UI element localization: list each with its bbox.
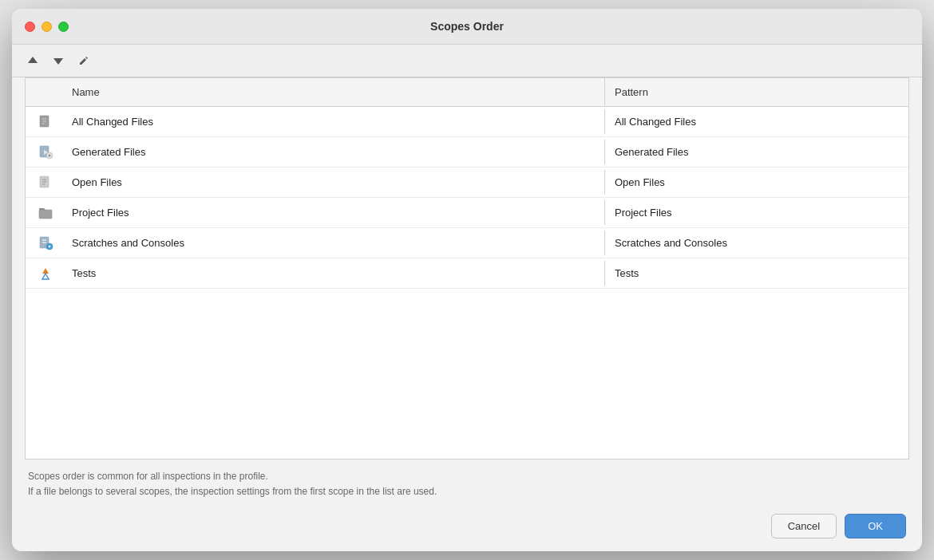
row-name: Generated Files xyxy=(65,140,605,164)
footer-line2: If a file belongs to several scopes, the… xyxy=(28,484,906,499)
edit-icon xyxy=(78,55,89,66)
toolbar xyxy=(12,45,922,77)
row-name: Open Files xyxy=(65,170,605,195)
scratches-consoles-icon xyxy=(38,235,53,251)
tests-icon xyxy=(38,266,53,282)
scopes-order-dialog: Scopes Order Name Pattern xyxy=(12,9,922,551)
table-row[interactable]: Tests Tests xyxy=(26,258,908,289)
ok-button[interactable]: OK xyxy=(845,514,906,538)
table-row[interactable]: All Changed Files All Changed Files xyxy=(26,107,908,137)
row-icon xyxy=(26,109,65,135)
maximize-button[interactable] xyxy=(58,22,69,32)
footer-line1: Scopes order is common for all inspectio… xyxy=(28,469,906,484)
table-header: Name Pattern xyxy=(26,78,908,107)
row-pattern: Generated Files xyxy=(605,140,908,164)
table-row[interactable]: Generated Files Generated Files xyxy=(26,137,908,168)
row-pattern: Tests xyxy=(605,261,908,286)
row-name: Tests xyxy=(65,261,605,286)
footer-info: Scopes order is common for all inspectio… xyxy=(12,459,922,506)
footer-buttons: Cancel OK xyxy=(12,506,922,551)
row-icon xyxy=(26,170,65,195)
up-arrow-icon xyxy=(27,55,38,66)
row-icon xyxy=(26,231,65,256)
row-name: Scratches and Consoles xyxy=(65,231,605,255)
svg-rect-12 xyxy=(39,210,52,219)
project-files-icon xyxy=(38,205,53,221)
row-pattern: Open Files xyxy=(605,170,908,195)
row-pattern: All Changed Files xyxy=(605,109,908,134)
move-up-button[interactable] xyxy=(22,49,44,72)
move-down-button[interactable] xyxy=(47,49,69,72)
row-icon xyxy=(26,140,65,165)
title-bar: Scopes Order xyxy=(12,9,922,45)
all-changed-files-icon xyxy=(38,114,53,130)
table-row[interactable]: Project Files Project Files xyxy=(26,198,908,228)
dialog-title: Scopes Order xyxy=(430,20,504,33)
down-arrow-icon xyxy=(53,55,64,66)
row-pattern: Project Files xyxy=(605,200,908,225)
row-name: All Changed Files xyxy=(65,109,605,134)
th-name: Name xyxy=(65,78,605,106)
th-pattern: Pattern xyxy=(605,78,908,106)
row-icon xyxy=(26,261,65,286)
th-icon xyxy=(26,78,65,106)
scopes-table: Name Pattern All Changed Files All Chang… xyxy=(25,77,909,459)
row-name: Project Files xyxy=(65,200,605,225)
svg-marker-0 xyxy=(28,57,38,63)
traffic-lights xyxy=(25,22,69,32)
table-row[interactable]: Open Files Open Files xyxy=(26,168,908,198)
svg-marker-1 xyxy=(53,58,63,65)
cancel-button[interactable]: Cancel xyxy=(771,514,837,538)
close-button[interactable] xyxy=(25,22,35,32)
generated-files-icon xyxy=(38,144,53,160)
svg-marker-18 xyxy=(42,274,49,279)
open-files-icon xyxy=(38,175,53,191)
table-body: All Changed Files All Changed Files Gene… xyxy=(26,107,908,289)
minimize-button[interactable] xyxy=(42,22,52,32)
table-row[interactable]: Scratches and Consoles Scratches and Con… xyxy=(26,228,908,258)
row-icon xyxy=(26,200,65,226)
row-pattern: Scratches and Consoles xyxy=(605,231,908,255)
edit-button[interactable] xyxy=(73,49,95,72)
